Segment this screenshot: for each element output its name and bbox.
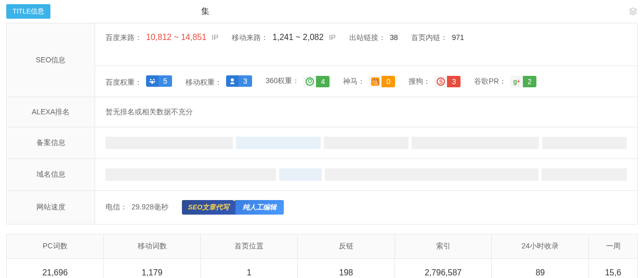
seo-info-table: SEO信息 百度来路： 10,812 ~ 14,851 IP 移动来路： 1,2… [6,23,638,224]
title-header: TITLE信息 集 [0,0,644,23]
stats-col-24h[interactable]: 24小时收录 89 [492,234,589,278]
360-weight-badge[interactable]: O 4 [304,76,330,87]
360-icon: O [304,76,316,87]
domain-label: 域名信息 [7,159,95,190]
outbound-links: 出站链接： 38 [349,33,398,43]
google-pr-badge[interactable]: g+ 2 [510,76,536,87]
redacted-content [106,137,627,149]
shenma-icon: 🐴 [369,76,382,87]
svg-point-3 [154,81,155,83]
isp-speed: 电信： 29.928毫秒 [106,203,168,212]
seo-label: SEO信息 [7,23,95,97]
shenma-weight-badge[interactable]: 🐴 0 [369,76,395,87]
baidu-traffic: 百度来路： 10,812 ~ 14,851 IP [106,33,218,43]
stats-col-backlinks[interactable]: 反链 198 [298,234,395,278]
speed-content: 电信： 29.928毫秒 SEO文章代写 纯人工编辑 [95,191,637,224]
beian-content [95,127,637,158]
google-icon: g+ [510,76,523,87]
baidu-paw-icon [146,75,159,87]
stats-col-home-pos[interactable]: 首页位置 1 [201,234,298,278]
svg-point-0 [150,79,152,81]
sogou-weight-badge[interactable]: S 3 [435,76,461,87]
header-right-action[interactable] [628,7,638,16]
alexa-content: 暂无排名或相关数据不充分 [95,97,637,127]
baidu-mobile-icon [226,75,239,87]
seo-weight-row: 百度权重： 5 移动权重： 3 [95,65,637,97]
alexa-value: 暂无排名或相关数据不充分 [106,108,193,117]
internal-links: 首页内链： 971 [411,33,464,43]
sogou-weight: 搜狗： S 3 [409,76,461,87]
360-weight: 360权重： O 4 [266,76,330,87]
domain-row: 域名信息 [7,159,637,191]
svg-point-4 [151,81,154,84]
alexa-row: ALEXA排名 暂无排名或相关数据不充分 [7,97,637,127]
stats-table: PC词数 21,696 移动词数 1,179 首页位置 1 反链 198 索引 … [6,234,638,278]
sogou-icon: S [435,76,447,87]
mobile-traffic: 移动来路： 1,241 ~ 2,082 IP [232,33,336,43]
stack-icon [628,7,638,16]
google-pr: 谷歌PR： g+ 2 [474,76,536,87]
svg-point-1 [153,79,154,81]
beian-row: 备案信息 [7,127,637,159]
baidu-weight-badge[interactable]: 5 [146,75,172,87]
shenma-weight: 神马： 🐴 0 [343,76,395,87]
seo-traffic-row: 百度来路： 10,812 ~ 14,851 IP 移动来路： 1,241 ~ 2… [95,23,637,52]
redacted-content [106,168,627,181]
speed-label: 网站速度 [7,191,95,224]
svg-point-2 [149,81,151,83]
mobile-weight-badge[interactable]: 3 [226,75,252,87]
mobile-weight: 移动权重： 3 [186,75,252,87]
stats-col-pc[interactable]: PC词数 21,696 [6,234,104,278]
stats-col-index[interactable]: 索引 2,796,587 [395,234,492,278]
stats-col-mobile[interactable]: 移动词数 1,179 [104,234,201,278]
speed-row: 网站速度 电信： 29.928毫秒 SEO文章代写 纯人工编辑 [7,191,637,224]
baidu-weight: 百度权重： 5 [106,75,172,87]
seo-promo-badge[interactable]: SEO文章代写 纯人工编辑 [182,200,284,215]
title-badge: TITLE信息 [6,4,50,19]
beian-label: 备案信息 [7,127,95,158]
domain-content [95,159,637,190]
page-title-suffix: 集 [201,6,209,17]
alexa-label: ALEXA排名 [7,97,95,127]
svg-point-5 [231,78,234,82]
stats-col-week[interactable]: 一周 15,6 [589,234,638,278]
seo-row: SEO信息 百度来路： 10,812 ~ 14,851 IP 移动来路： 1,2… [7,23,637,97]
seo-content: 百度来路： 10,812 ~ 14,851 IP 移动来路： 1,241 ~ 2… [95,23,637,97]
